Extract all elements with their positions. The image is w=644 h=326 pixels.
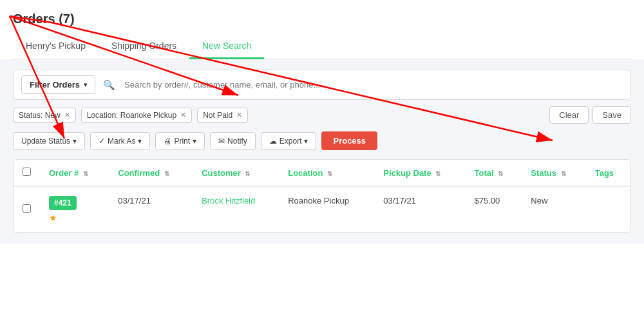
row-total-value: $75.00 xyxy=(475,196,500,206)
update-status-button[interactable]: Update Status ▾ xyxy=(13,132,85,150)
star-icon[interactable]: ★ xyxy=(49,213,57,223)
tab-new-search[interactable]: New Search xyxy=(189,34,264,59)
orders-table-container: Order # ⇅ Confirmed ⇅ Customer ⇅ xyxy=(13,159,631,233)
search-icon: 🔍 xyxy=(103,79,115,91)
col-total[interactable]: Total ⇅ xyxy=(466,160,522,186)
search-input[interactable] xyxy=(120,77,623,92)
col-location[interactable]: Location ⇅ xyxy=(279,160,374,186)
col-pickup-date[interactable]: Pickup Date ⇅ xyxy=(374,160,465,186)
confirmed-sort-icon: ⇅ xyxy=(164,170,169,177)
col-status-label: Status xyxy=(531,168,556,178)
select-all-header xyxy=(14,160,40,186)
row-confirmed-value: 03/17/21 xyxy=(118,196,151,206)
print-button[interactable]: 🖨 Print ▾ xyxy=(155,132,205,150)
row-pickup-date-cell: 03/17/21 xyxy=(374,186,465,233)
export-button[interactable]: ☁ Export ▾ xyxy=(261,132,317,150)
filter-chip-status-label: Status: New xyxy=(19,111,61,120)
export-label: Export xyxy=(279,137,302,146)
row-order-cell: #421 ★ xyxy=(40,186,109,233)
orders-table: Order # ⇅ Confirmed ⇅ Customer ⇅ xyxy=(14,160,630,233)
row-location-value: Roanoke Pickup xyxy=(288,196,349,206)
notify-label: Notify xyxy=(227,137,247,146)
col-status[interactable]: Status ⇅ xyxy=(522,160,585,186)
col-confirmed-label: Confirmed xyxy=(118,168,160,178)
row-total-cell: $75.00 xyxy=(466,186,522,233)
filter-chip-status: Status: New ✕ xyxy=(13,108,76,123)
table-row: #421 ★ 03/17/21 Brock Hitzfield Roanoke … xyxy=(14,186,630,233)
customer-sort-icon: ⇅ xyxy=(245,170,250,177)
filter-actions: Clear Save xyxy=(549,106,631,124)
filter-chip-not-paid: Not Paid ✕ xyxy=(197,108,248,123)
col-confirmed[interactable]: Confirmed ⇅ xyxy=(109,160,193,186)
print-icon: 🖨 xyxy=(164,137,171,146)
page-title: Orders (7) xyxy=(13,12,631,26)
clear-button[interactable]: Clear xyxy=(549,106,589,124)
print-label: Print xyxy=(174,137,190,146)
export-caret-icon: ▾ xyxy=(304,137,308,146)
envelope-icon: ✉ xyxy=(218,137,225,146)
notify-button[interactable]: ✉ Notify xyxy=(210,132,256,150)
col-tags: Tags xyxy=(586,160,630,186)
row-status-cell: New xyxy=(522,186,585,233)
col-pickup-date-label: Pickup Date xyxy=(383,168,431,178)
row-checkbox-cell xyxy=(14,186,40,233)
col-order-label: Order # xyxy=(49,168,79,178)
row-checkbox[interactable] xyxy=(23,204,31,213)
filter-orders-button[interactable]: Filter Orders ▾ xyxy=(21,75,95,94)
cloud-icon: ☁ xyxy=(269,137,277,146)
col-tags-label: Tags xyxy=(595,168,614,178)
filter-chip-location-label: Location: Roanoke Pickup xyxy=(87,111,176,120)
print-caret-icon: ▾ xyxy=(193,137,196,146)
col-customer[interactable]: Customer ⇅ xyxy=(193,160,279,186)
select-all-checkbox[interactable] xyxy=(23,168,31,176)
update-status-caret-icon: ▾ xyxy=(73,137,77,146)
mark-as-label: Mark As xyxy=(108,137,135,146)
row-customer-cell: Brock Hitzfield xyxy=(193,186,279,233)
order-sort-icon: ⇅ xyxy=(83,170,88,177)
row-pickup-date-value: 03/17/21 xyxy=(383,196,416,206)
tab-henrys-pickup[interactable]: Henry's Pickup xyxy=(13,34,99,59)
remove-status-filter[interactable]: ✕ xyxy=(64,111,70,119)
tab-shipping-orders[interactable]: Shipping Orders xyxy=(99,34,189,59)
active-filters-row: Status: New ✕ Location: Roanoke Pickup ✕… xyxy=(13,106,631,124)
row-confirmed-cell: 03/17/21 xyxy=(109,186,193,233)
row-status-value: New xyxy=(531,196,547,206)
process-button[interactable]: Process xyxy=(321,131,377,150)
filter-row: Filter Orders ▾ 🔍 xyxy=(13,70,631,100)
col-location-label: Location xyxy=(288,168,323,178)
save-button[interactable]: Save xyxy=(592,106,631,124)
caret-down-icon: ▾ xyxy=(84,81,87,88)
remove-location-filter[interactable]: ✕ xyxy=(180,111,186,119)
update-status-label: Update Status xyxy=(21,137,70,146)
mark-as-button[interactable]: ✓ Mark As ▾ xyxy=(90,132,150,150)
check-icon: ✓ xyxy=(99,137,105,146)
row-customer-link[interactable]: Brock Hitzfield xyxy=(202,196,255,206)
row-tags-cell xyxy=(586,186,630,233)
pickup-date-sort-icon: ⇅ xyxy=(435,170,440,177)
mark-as-caret-icon: ▾ xyxy=(138,137,142,146)
filter-chip-not-paid-label: Not Paid xyxy=(203,111,232,120)
status-sort-icon: ⇅ xyxy=(561,170,566,177)
row-location-cell: Roanoke Pickup xyxy=(279,186,374,233)
col-total-label: Total xyxy=(475,168,494,178)
filter-chip-location: Location: Roanoke Pickup ✕ xyxy=(81,108,192,123)
order-badge[interactable]: #421 xyxy=(49,196,77,210)
col-customer-label: Customer xyxy=(202,168,241,178)
remove-not-paid-filter[interactable]: ✕ xyxy=(236,111,242,119)
location-sort-icon: ⇅ xyxy=(327,170,332,177)
total-sort-icon: ⇅ xyxy=(498,170,503,177)
table-header-row: Order # ⇅ Confirmed ⇅ Customer ⇅ xyxy=(14,160,630,186)
filter-orders-label: Filter Orders xyxy=(30,80,80,90)
toolbar-row: Update Status ▾ ✓ Mark As ▾ 🖨 Print ▾ ✉ … xyxy=(13,131,631,150)
col-order[interactable]: Order # ⇅ xyxy=(40,160,109,186)
tabs-row: Henry's Pickup Shipping Orders New Searc… xyxy=(13,34,631,59)
